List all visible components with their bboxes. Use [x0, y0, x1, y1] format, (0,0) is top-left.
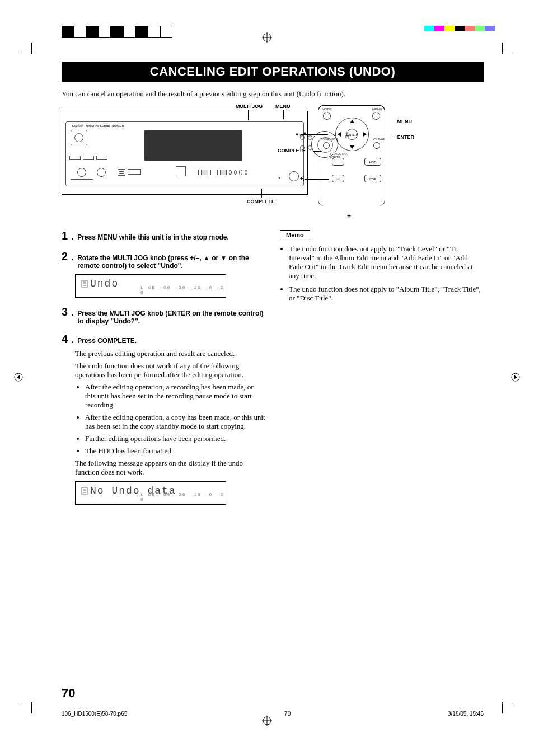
big-knob-icon: [289, 171, 299, 181]
step-bullets: After the editing operation, a recording…: [75, 383, 265, 456]
left-column: 1. Press MENU while this unit is in the …: [62, 229, 265, 513]
callout-menu: MENU: [397, 119, 413, 124]
lcd-display: Undo L dB –60 –30 –10 –6 –2 0: [75, 274, 226, 298]
lcd-scale: L dB –60 –30 –10 –6 –2 0: [140, 285, 226, 295]
crop-mark-icon: [21, 43, 38, 59]
intro-text: You can cancel an operation and the resu…: [62, 90, 484, 98]
memo-item: The undo function does not apply to "Alb…: [289, 285, 484, 303]
step-3: 3. Press the MULTI JOG knob (ENTER on th…: [62, 306, 265, 325]
crop-mark-icon: [496, 43, 513, 59]
knob-icon: [97, 168, 106, 177]
lcd-display: No Undo data L dB –60 –30 –10 –6 –2 0: [75, 481, 226, 505]
step-title: Press MENU while this unit is in the sto…: [77, 233, 229, 241]
jack-icon: [71, 179, 93, 184]
svg-marker-7: [17, 375, 20, 379]
right-arrow-icon: [363, 132, 367, 137]
memo-item: The undo function does not apply to "Tra…: [289, 245, 484, 280]
knob-icon: [77, 168, 86, 177]
page-icon: [81, 487, 88, 495]
step-title: Rotate the MULTI JOG knob (press +/–, ▲ …: [77, 254, 265, 270]
step-body-text: The previous editing operation and resul…: [75, 349, 265, 358]
crop-mark-icon: [21, 697, 38, 713]
grid-icon: [176, 166, 186, 176]
bullet-item: Further editing operations have been per…: [85, 434, 265, 443]
menu-button-icon: [372, 112, 380, 120]
complete-button-icon: [323, 142, 330, 149]
callout-plusminus: +, –: [300, 176, 308, 181]
step-title: Press COMPLETE.: [77, 337, 137, 345]
label-complete: COMPLETE: [247, 199, 275, 204]
enter-button-icon: ENTER: [346, 129, 358, 140]
lcd-scale: L dB –60 –30 –10 –6 –2 0: [140, 492, 226, 502]
left-arrow-icon: [338, 132, 341, 137]
svg-marker-9: [514, 375, 517, 379]
minus-button-icon: –: [332, 175, 344, 182]
brand-text: YAMAHA NATURAL SOUND HDD/CDR: [72, 124, 124, 128]
page-icon: [81, 280, 88, 288]
step-number: 1: [62, 229, 68, 242]
mode-button-icon: [323, 112, 331, 120]
page-number: 70: [62, 686, 75, 701]
label-menu: MENU: [275, 104, 291, 109]
step-2: 2. Rotate the MULTI JOG knob (press +/–,…: [62, 250, 265, 298]
side-arrow-right-icon: [511, 373, 520, 384]
remote-label-menu: MENU: [372, 107, 382, 111]
clear-button-icon: [373, 142, 380, 149]
footer-filename: 106_HD1500(E)58-70.p65: [62, 711, 127, 717]
color-bars-right: [424, 26, 495, 31]
callout-complete: COMPLETE: [278, 148, 306, 153]
right-column: Memo The undo function does not apply to…: [280, 229, 484, 513]
step-1: 1. Press MENU while this unit is in the …: [62, 229, 265, 242]
step-number: 2: [62, 250, 68, 263]
step-body-text: The following message appears on the dis…: [75, 459, 265, 477]
color-bars-left: [62, 26, 172, 38]
registration-mark-top-icon: [262, 32, 272, 43]
footer: 106_HD1500(E)58-70.p65 70 3/18/05, 15:46: [62, 711, 484, 717]
side-arrow-left-icon: [14, 373, 23, 384]
step-number: 4: [62, 333, 68, 346]
remote-label-complete: COMPLETE: [320, 138, 338, 141]
cdr-button-icon: CDR: [364, 175, 381, 182]
memo-list: The undo function does not apply to "Tra…: [280, 245, 484, 303]
footer-page: 70: [284, 711, 291, 717]
up-arrow-icon: [350, 120, 354, 123]
unit-diagram: MULTI JOG MENU COMPLETE YAMAHA NATURAL S…: [62, 111, 308, 195]
bullet-item: The HDD has been formatted.: [85, 447, 265, 456]
chip-icon: [118, 169, 125, 176]
label-multi-jog: MULTI JOG: [236, 104, 263, 109]
dpad-icon: ENTER: [335, 118, 369, 151]
disc-tray-icon: [71, 130, 87, 145]
hdd-button-icon: HDD: [364, 158, 381, 166]
trackno-button-icon: +: [332, 158, 344, 166]
registration-mark-bottom-icon: [262, 716, 272, 726]
step-4: 4. Press COMPLETE. The previous editing …: [62, 333, 265, 505]
memo-label: Memo: [280, 230, 310, 240]
remote-diagram: MODE MENU ENTER COMPLETE CLEAR TRACK NO.…: [318, 111, 407, 206]
remote-label-clear: CLEAR: [373, 138, 385, 141]
down-arrow-icon: [350, 145, 354, 149]
bullet-item: After the editing operation, a recording…: [85, 383, 265, 410]
step-title: Press the MULTI JOG knob (ENTER on the r…: [77, 309, 265, 325]
step-body-text: The undo function does not work if any o…: [75, 361, 265, 379]
bullet-item: After the editing operation, a copy has …: [85, 413, 265, 431]
button-group-icon: [69, 156, 107, 160]
footer-timestamp: 3/18/05, 15:46: [448, 711, 484, 717]
crop-mark-icon: [496, 697, 513, 713]
page-content: CANCELING EDIT OPERATIONS (UNDO) You can…: [62, 62, 484, 513]
step-number: 3: [62, 306, 68, 318]
cdrw-icon: [128, 169, 141, 175]
content-columns: 1. Press MENU while this unit is in the …: [62, 229, 484, 513]
callout-updown: ▲, ▼: [294, 131, 307, 137]
page-title: CANCELING EDIT OPERATIONS (UNDO): [62, 62, 484, 82]
callout-enter: ENTER: [397, 134, 414, 140]
lcd-text: Undo: [90, 278, 119, 289]
diagram-row: MULTI JOG MENU COMPLETE YAMAHA NATURAL S…: [62, 111, 484, 206]
display-panel-icon: [144, 130, 242, 161]
remote-label-mode: MODE: [322, 107, 332, 111]
